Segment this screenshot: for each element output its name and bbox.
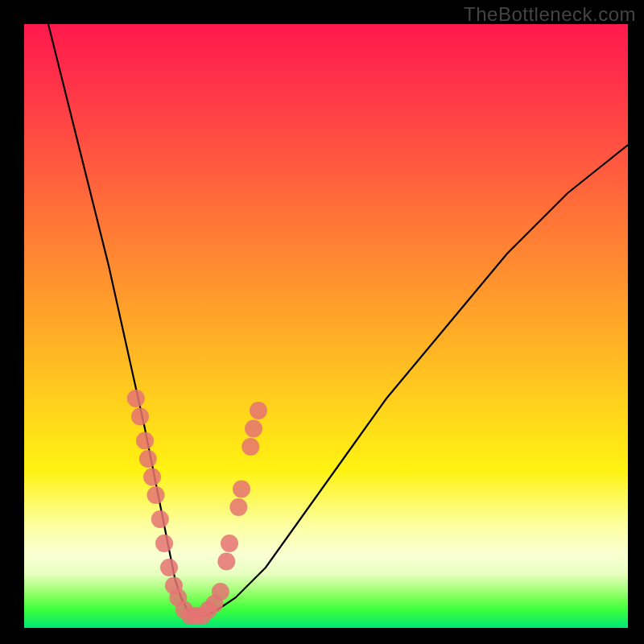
marker-dot bbox=[127, 390, 145, 407]
marker-dot bbox=[212, 583, 229, 601]
marker-group bbox=[127, 390, 267, 625]
marker-dot bbox=[151, 510, 169, 528]
bottleneck-chart-svg bbox=[24, 24, 628, 628]
marker-dot bbox=[160, 559, 178, 576]
marker-dot bbox=[242, 438, 259, 456]
watermark-label: TheBottleneck.com bbox=[464, 3, 636, 26]
marker-dot bbox=[155, 535, 173, 552]
marker-dot bbox=[229, 498, 247, 516]
marker-dot bbox=[217, 553, 235, 571]
plot-area bbox=[24, 24, 628, 628]
bottleneck-curve-path bbox=[48, 24, 628, 616]
marker-dot bbox=[245, 420, 262, 438]
marker-dot bbox=[139, 450, 157, 468]
marker-dot bbox=[131, 408, 149, 426]
marker-dot bbox=[221, 535, 238, 552]
marker-dot bbox=[233, 481, 250, 498]
marker-dot bbox=[136, 432, 154, 450]
chart-frame: TheBottleneck.com bbox=[0, 0, 644, 644]
marker-dot bbox=[143, 469, 161, 486]
marker-dot bbox=[147, 486, 165, 504]
marker-dot bbox=[250, 402, 267, 419]
